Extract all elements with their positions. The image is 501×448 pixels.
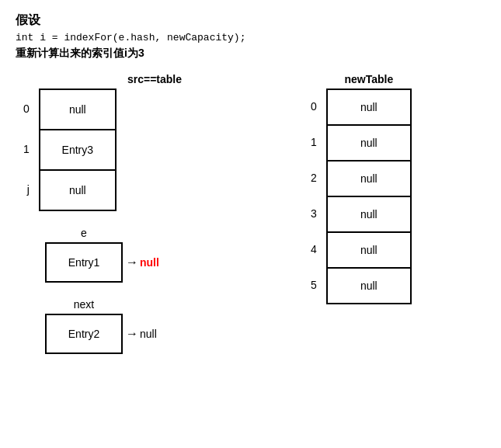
src-table-wrapper: 0 1 j null Entry3 null	[23, 89, 264, 211]
e-label: e	[45, 227, 123, 239]
header-section: 假设 int i = indexFor(e.hash, newCapacity)…	[16, 12, 485, 61]
new-cell-5: null	[328, 269, 410, 304]
e-arrow-area: → null	[126, 255, 159, 269]
new-cell-2: null	[328, 161, 410, 197]
next-arrow-area: → null	[126, 327, 157, 341]
next-arrow-icon: →	[126, 327, 138, 341]
src-row-index-1: 1	[23, 129, 33, 169]
next-label: next	[45, 298, 123, 311]
new-cell-3: null	[328, 197, 410, 233]
new-row-index-1: 1	[311, 124, 320, 160]
new-row-index-3: 3	[311, 196, 320, 231]
new-cell-4: null	[328, 233, 410, 269]
next-section: next Entry2 → null	[23, 298, 264, 354]
src-table-cells: null Entry3 null	[39, 89, 117, 211]
e-entry-row: Entry1 → null	[23, 242, 264, 283]
e-arrow-icon: →	[126, 255, 138, 269]
new-table-label: newTable	[326, 73, 412, 85]
new-table-wrapper: 0 1 2 3 4 5 null null null null null nul…	[311, 89, 412, 304]
right-side: newTable 0 1 2 3 4 5 null null null null…	[311, 73, 412, 354]
new-row-index-4: 4	[311, 231, 320, 267]
src-row-indices: 0 1 j	[23, 89, 33, 210]
e-section: e Entry1 → null	[23, 227, 264, 283]
next-arrow-text: null	[140, 328, 157, 340]
new-table-cells: null null null null null null	[326, 89, 412, 304]
new-row-index-0: 0	[311, 89, 320, 124]
src-cell-0: null	[40, 90, 115, 130]
src-cell-1: Entry3	[40, 130, 115, 171]
left-side: src==table 0 1 j null Entry3 null e Entr…	[16, 73, 264, 354]
header-title: 假设	[16, 12, 485, 29]
new-cell-0: null	[328, 90, 410, 126]
e-entry-box: Entry1	[45, 242, 123, 283]
new-row-index-5: 5	[311, 267, 320, 303]
new-row-index-2: 2	[311, 160, 320, 196]
next-entry-row: Entry2 → null	[23, 314, 264, 354]
next-entry-box: Entry2	[45, 314, 123, 354]
header-code: int i = indexFor(e.hash, newCapacity);	[16, 32, 485, 43]
src-table-label: src==table	[45, 73, 264, 85]
src-cell-j: null	[40, 171, 115, 211]
src-table-label-wrapper: src==table	[45, 73, 264, 89]
src-row-index-0: 0	[23, 89, 33, 129]
e-arrow-text: null	[140, 256, 159, 269]
main-area: src==table 0 1 j null Entry3 null e Entr…	[16, 73, 485, 354]
new-cell-1: null	[328, 126, 410, 161]
new-row-indices: 0 1 2 3 4 5	[311, 89, 320, 303]
header-note: 重新计算出来的索引值i为3	[16, 47, 485, 61]
src-row-index-j: j	[23, 169, 33, 210]
